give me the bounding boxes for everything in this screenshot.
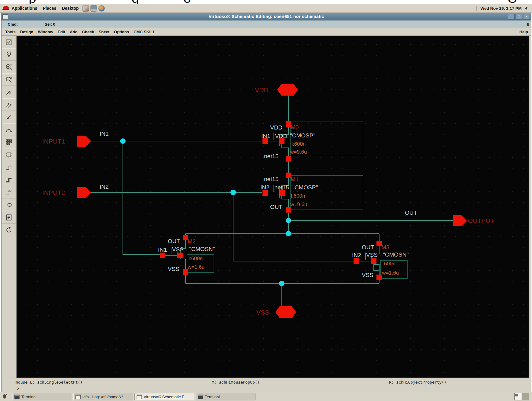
menu-check[interactable]: Check xyxy=(82,30,94,34)
taskbar-button-3[interactable]: Terminal xyxy=(196,393,255,400)
m2-bulk-net[interactable]: VSS xyxy=(172,246,184,253)
toolbar-create-array-button[interactable] xyxy=(2,136,16,148)
menu-add[interactable]: Add xyxy=(70,30,77,34)
delete-line-icon xyxy=(5,113,13,121)
m2-source-net[interactable]: VSS xyxy=(168,266,179,272)
menu-help[interactable]: Help xyxy=(519,30,528,34)
m1-source-net[interactable]: OUT xyxy=(270,204,282,210)
m0-source-net[interactable]: net15 xyxy=(264,153,279,160)
supply-label-vss[interactable]: VSS xyxy=(256,309,269,316)
instance-name-m2[interactable]: M2 xyxy=(188,238,196,245)
mouse-right-binding: R: schHiObjectProperty() xyxy=(389,380,446,385)
toolbar-zoom-in-2x-button[interactable]: 2 xyxy=(2,61,16,73)
pin-name-output[interactable]: OUTPUT xyxy=(468,217,494,224)
wire-narrow-icon xyxy=(5,163,13,171)
taskbar-button-2[interactable]: Virtuoso® Schematic E... xyxy=(134,393,194,400)
taskbar-button-1[interactable]: icfb - Log: /nfs/home/x/... xyxy=(73,393,133,400)
footprint-icon[interactable] xyxy=(2,393,9,400)
redhat-logo-icon[interactable] xyxy=(2,5,9,11)
m0-gate-net[interactable]: IN1 xyxy=(261,133,270,140)
m2-gate-net[interactable]: IN1 xyxy=(158,246,167,253)
workspace-2[interactable] xyxy=(522,393,529,400)
toolbar-wire-label-button[interactable]: abc xyxy=(2,186,16,199)
wire-name-in1[interactable]: IN1 xyxy=(100,130,109,137)
maximize-button[interactable]: □ xyxy=(515,14,522,20)
m3-source-net[interactable]: VSS xyxy=(362,272,373,279)
m2-drain-net[interactable]: OUT xyxy=(168,238,180,245)
toolbar-wire-wide-button[interactable] xyxy=(2,173,16,186)
toolbar-zoom-out-2x-button[interactable]: 2 xyxy=(2,73,16,86)
toolbar-select-check-button[interactable] xyxy=(2,36,16,48)
m2-length[interactable]: l:600n xyxy=(189,256,203,262)
menu-tools[interactable]: Tools xyxy=(5,30,16,34)
taskbar-button-0[interactable]: Terminal xyxy=(12,393,72,400)
model-name-m2[interactable]: "CMOSN" xyxy=(189,246,215,253)
zoom-in-2x-icon: 2 xyxy=(5,63,13,71)
taskbar-button-label: Terminal xyxy=(21,395,36,399)
menu-options[interactable]: Options xyxy=(114,30,129,34)
volume-icon[interactable] xyxy=(524,6,530,11)
toolbar-copy-button[interactable] xyxy=(2,98,16,111)
tool-launcher-icon[interactable] xyxy=(83,5,89,12)
toolbar-wire-narrow-button[interactable] xyxy=(2,161,16,173)
workspace-switcher[interactable] xyxy=(514,393,529,400)
m1-bulk-net[interactable]: net15 xyxy=(274,184,289,191)
m1-gate-net[interactable]: IN2 xyxy=(260,184,270,191)
model-name-m1[interactable]: "CMOSP" xyxy=(292,184,318,191)
m2-width[interactable]: w=1.6u xyxy=(188,264,204,270)
toolbar-delete-line-button[interactable] xyxy=(2,111,16,123)
panel-menu-places[interactable]: Places xyxy=(43,6,56,11)
panel-menu-applications[interactable]: Applications xyxy=(12,6,37,11)
browser-launcher-icon[interactable] xyxy=(98,5,105,12)
bindkey-status-bar: mouse L: schSingleSelectPt() M: schHiMou… xyxy=(2,378,531,386)
toolbar-place-save-button[interactable] xyxy=(2,48,16,61)
panel-clock[interactable]: Wed Nov 29, 3:17 PM xyxy=(476,6,522,11)
toolbar-create-instance-button[interactable] xyxy=(2,148,16,161)
m3-drain-net[interactable]: OUT xyxy=(362,244,374,251)
mouse-left-binding: mouse L: schSingleSelectPt() xyxy=(16,380,83,385)
pin-name-input1[interactable]: INPUT1 xyxy=(42,138,65,145)
m0-length[interactable]: l:600n xyxy=(292,141,306,147)
menu-design[interactable]: Design xyxy=(20,30,33,34)
model-name-m3[interactable]: "CMOSN" xyxy=(383,251,409,258)
m3-bulk-net[interactable]: VSS xyxy=(366,252,378,258)
window-titlebar[interactable]: Virtuoso® Schematic Editing: coen651 nor… xyxy=(2,13,531,20)
model-name-m0[interactable]: "CMOSP" xyxy=(290,132,315,139)
menu-edit[interactable]: Edit xyxy=(58,30,65,34)
window-icon xyxy=(75,395,81,399)
supply-label-vdd[interactable]: VDD xyxy=(255,86,268,94)
instance-name-m0[interactable]: M0 xyxy=(291,124,299,131)
toolbar-undo-hop-button[interactable] xyxy=(2,123,16,136)
m3-gate-net[interactable]: IN2 xyxy=(352,252,361,259)
close-button[interactable]: × xyxy=(523,14,530,20)
menu-cmc-skill[interactable]: CMC SKILL xyxy=(134,30,155,34)
screenshot-launcher-icon[interactable] xyxy=(90,5,97,12)
wire-name-out[interactable]: OUT xyxy=(405,210,417,216)
scan-artifact: g xyxy=(131,0,140,4)
minimize-button[interactable]: _ xyxy=(508,14,515,20)
menu-sheet[interactable]: Sheet xyxy=(99,30,109,34)
wire-name-in2[interactable]: IN2 xyxy=(100,184,109,190)
instance-name-m1[interactable]: M1 xyxy=(291,176,299,183)
toolbar-redraw-button[interactable] xyxy=(2,224,16,236)
taskbar-buttons: Terminalicfb - Log: /nfs/home/x/...Virtu… xyxy=(12,393,255,400)
desktop-top-panel: ApplicationsPlacesDesktop Wed Nov 29, 3:… xyxy=(0,4,532,13)
m1-width[interactable]: w=9.6u xyxy=(290,202,307,208)
m3-width[interactable]: w=1.6u xyxy=(382,270,399,276)
m1-length[interactable]: l:600n xyxy=(291,193,305,199)
toolbar-stretch-button[interactable] xyxy=(2,86,16,98)
instance-name-m3[interactable]: M3 xyxy=(381,244,389,251)
m0-width[interactable]: w=9.6u xyxy=(290,149,307,155)
m3-length[interactable]: l:600n xyxy=(381,261,395,267)
menu-window[interactable]: Window xyxy=(38,30,53,34)
panel-menus: ApplicationsPlacesDesktop xyxy=(12,6,79,11)
workspace-1[interactable] xyxy=(515,393,522,400)
toolbar-create-pin-button[interactable] xyxy=(2,199,16,211)
m1-drain-net[interactable]: net15 xyxy=(264,176,279,183)
panel-menu-desktop[interactable]: Desktop xyxy=(62,6,79,11)
m0-bulk-net[interactable]: VDD xyxy=(275,133,287,140)
redraw-icon xyxy=(5,226,13,234)
pin-name-input2[interactable]: INPUT2 xyxy=(42,189,65,196)
m0-drain-net[interactable]: VDD xyxy=(270,124,282,131)
toolbar-properties-form-button[interactable] xyxy=(2,211,16,224)
